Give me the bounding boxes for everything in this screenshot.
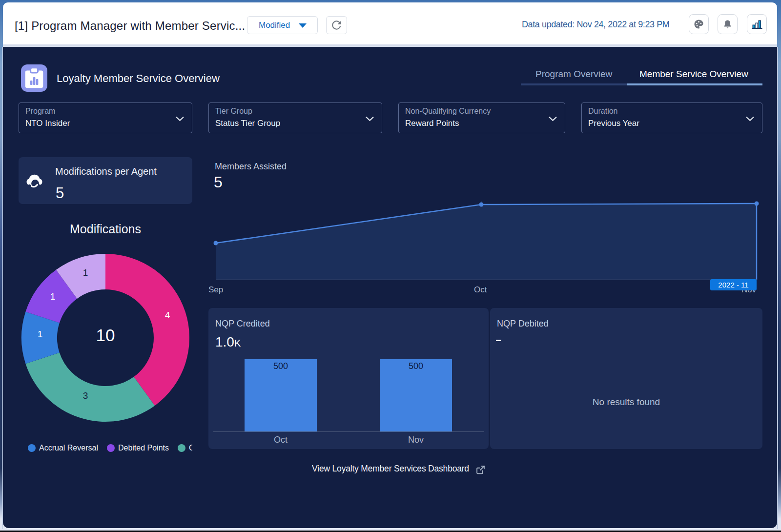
svg-text:10: 10 [96,326,115,345]
svg-text:1: 1 [38,329,43,339]
svg-text:4: 4 [165,310,170,320]
svg-text:1: 1 [50,291,56,302]
svg-text:1: 1 [83,267,88,278]
svg-text:3: 3 [83,390,88,401]
